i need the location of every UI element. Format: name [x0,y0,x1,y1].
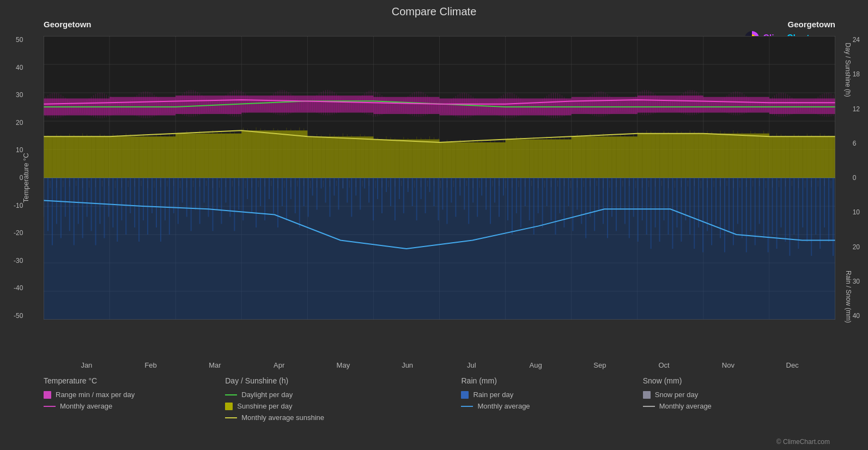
y-left-40: 40 [16,64,23,71]
legend-line-monthly-avg-sunshine [225,417,237,418]
legend-swatch-sunshine [225,403,233,410]
x-label-apr: Apr [247,361,311,369]
y-right-18: 18 [853,70,860,78]
x-label-mar: Mar [183,361,247,369]
legend-label-monthly-avg-temp: Monthly average [60,402,112,410]
y-left--50: -50 [14,312,23,320]
y-right-6: 6 [853,140,857,147]
chart-wrapper: Georgetown Georgetown Temperature °C Day… [44,22,835,333]
legend-label-monthly-avg-sunshine: Monthly average sunshine [241,413,324,422]
legend-col-sunshine: Day / Sunshine (h) Daylight per day Suns… [225,376,461,445]
y-left-50: 50 [16,36,23,44]
x-label-dec: Dec [760,361,824,369]
city-label-left: Georgetown [44,20,92,29]
y-left--20: -20 [14,229,23,237]
legend-line-monthly-avg-temp [44,406,56,407]
legend-label-rain: Rain per day [473,391,513,399]
legend-col-temperature: Temperature °C Range min / max per day M… [44,376,225,445]
x-label-feb: Feb [119,361,183,369]
chart-canvas [44,36,835,320]
main-container: Compare Climate Georgetown Georgetown Te… [0,0,868,450]
x-label-nov: Nov [696,361,761,369]
y-axis-left: 50403020100-10-20-30-40-50 [14,36,23,320]
legend-line-monthly-avg-rain [461,406,473,407]
x-axis: JanFebMarAprMayJunJulAugSepOctNovDec [44,361,835,369]
y-left-30: 30 [16,91,23,99]
legend-title-temperature: Temperature °C [44,376,225,385]
x-label-may: May [311,361,375,369]
page-title: Compare Climate [0,5,868,18]
x-label-jul: Jul [440,361,504,369]
legend-item-rain: Rain per day [461,391,642,399]
y-left-0: 0 [20,174,23,182]
legend-line-daylight [225,394,237,395]
y-right-12: 12 [853,105,860,113]
legend-item-range: Range min / max per day [44,391,225,399]
x-label-aug: Aug [503,361,568,369]
legend-label-range: Range min / max per day [56,391,135,399]
legend-item-monthly-avg-rain: Monthly average [461,402,642,410]
y-right-20: 20 [853,243,860,251]
legend-swatch-range [44,391,51,399]
legend-title-sunshine: Day / Sunshine (h) [225,376,461,385]
x-label-jun: Jun [375,361,440,369]
legend-item-monthly-avg-sunshine: Monthly average sunshine [225,413,461,422]
legend-item-monthly-avg-snow: Monthly average [643,402,824,410]
legend: Temperature °C Range min / max per day M… [33,371,835,450]
legend-item-daylight: Daylight per day [225,391,461,399]
legend-line-monthly-avg-snow [643,406,655,407]
legend-col-rain: Rain (mm) Rain per day Monthly average [461,376,642,445]
y-right-0: 0 [853,174,857,182]
city-label-right: Georgetown [787,20,835,29]
y-right-40: 40 [853,312,860,320]
legend-item-monthly-avg-temp: Monthly average [44,402,225,410]
right-y-axis-bottom-label: Rain / Snow (mm) [845,271,852,323]
legend-label-sunshine: Sunshine per day [237,402,292,410]
x-label-oct: Oct [632,361,696,369]
y-right-10: 10 [853,208,860,216]
legend-item-sunshine: Sunshine per day [225,402,461,410]
legend-col-snow: Snow (mm) Snow per day Monthly average [643,376,824,445]
x-label-sep: Sep [568,361,632,369]
y-left--30: -30 [14,257,23,265]
y-left--40: -40 [14,284,23,292]
legend-title-rain: Rain (mm) [461,376,642,385]
y-axis-right: 2418126010203040 [853,36,860,320]
legend-label-monthly-avg-rain: Monthly average [477,402,530,410]
y-left--10: -10 [14,202,23,209]
y-right-30: 30 [853,278,860,285]
y-right-24: 24 [853,36,860,44]
legend-label-daylight: Daylight per day [241,391,293,399]
right-y-axis-top-label: Day / Sunshine (h) [843,43,851,97]
legend-title-snow: Snow (mm) [643,376,824,385]
y-left-20: 20 [16,119,23,127]
legend-swatch-rain [461,391,469,399]
legend-label-monthly-avg-snow: Monthly average [659,402,712,410]
legend-swatch-snow [643,391,651,399]
legend-label-snow: Snow per day [655,391,699,399]
y-left-10: 10 [16,146,23,154]
legend-item-snow: Snow per day [643,391,824,399]
x-label-jan: Jan [54,361,119,369]
copyright: © ClimeChart.com [776,438,830,446]
left-y-axis-label: Temperature °C [22,153,30,202]
